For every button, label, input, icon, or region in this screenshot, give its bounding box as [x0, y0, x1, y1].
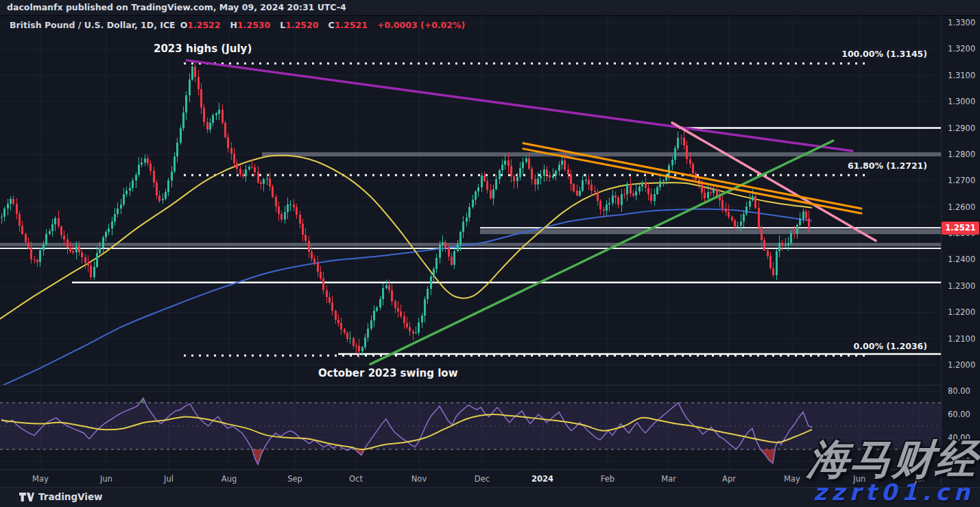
time-axis-label: Apr — [714, 474, 744, 484]
last-price-tag: 1.2521 — [942, 222, 979, 235]
attribution-text: dacolmanfx published on TradingView.com,… — [7, 2, 346, 12]
time-axis-label: Feb — [593, 474, 623, 484]
ohlc-value: 1.2521 — [335, 20, 368, 30]
time-axis-label: Aug — [214, 474, 244, 484]
tradingview-logo-text: TradingView — [38, 491, 103, 502]
chart-canvas[interactable] — [0, 0, 980, 507]
annotation-2023-highs[interactable]: 2023 highs (July) — [154, 43, 252, 55]
tradingview-chart-window: dacolmanfx published on TradingView.com,… — [0, 0, 980, 507]
tradingview-logo[interactable]: TradingView — [19, 491, 103, 502]
fib-label: 0.00% (1.2036) — [713, 341, 927, 351]
trendlines — [187, 60, 876, 364]
time-axis-label: Dec — [467, 474, 497, 484]
ohlc-label: H — [230, 20, 237, 30]
time-axis-label: Nov — [404, 474, 434, 484]
time-axis-label: Sep — [280, 474, 310, 484]
time-axis-label: 2024 — [527, 474, 558, 484]
time-axis-label: Oct — [341, 474, 371, 484]
time-axis-label: Mar — [654, 474, 684, 484]
price-axis-label: 1.2800 — [948, 150, 975, 159]
time-axis-label: May — [777, 474, 807, 484]
price-axis-label: 1.2100 — [948, 334, 975, 344]
price-axis-label: 1.3100 — [948, 71, 975, 80]
ohlc-value: 1.2520 — [285, 20, 318, 30]
ma-blue-line — [0, 209, 812, 387]
time-axis-label: May — [25, 474, 56, 484]
price-axis-label: 1.2400 — [948, 255, 975, 264]
rsi-axis-label: 80.00 — [948, 386, 970, 396]
trendline-channel-lower — [523, 149, 861, 213]
rsi-pane — [0, 398, 941, 464]
price-axis-label: 1.2200 — [948, 307, 975, 317]
attribution-bar: dacolmanfx published on TradingView.com,… — [0, 0, 980, 16]
time-axis[interactable]: MayJunJulAugSepOctNovDec2024FebMarAprMay… — [0, 469, 941, 488]
price-axis-label: 1.2700 — [948, 176, 975, 185]
trendline-major-downtrend — [187, 60, 852, 151]
price-axis-label: 1.3000 — [948, 97, 975, 106]
tradingview-logo-icon — [19, 492, 34, 502]
ohlc-value: 1.2522 — [187, 20, 220, 30]
annotation-october-swing-low[interactable]: October 2023 swing low — [318, 367, 458, 379]
symbol-info-row[interactable]: British Pound / U.S. Dollar, 1D, ICEO1.2… — [10, 20, 465, 30]
price-axis-label: 1.2600 — [948, 202, 975, 212]
price-axis[interactable]: 1.33001.32001.31001.30001.29001.28001.27… — [941, 15, 980, 486]
fib-label: 100.00% (1.3145) — [713, 49, 927, 59]
time-axis-label: Jul — [154, 474, 184, 484]
ohlc-values: O1.2522H1.2530L1.2520C1.2521 — [176, 20, 372, 30]
price-change: +0.0003 (+0.02%) — [377, 20, 465, 30]
price-axis-label: 1.3200 — [948, 44, 975, 54]
price-axis-label: 1.2900 — [948, 123, 975, 133]
ohlc-label: O — [180, 20, 188, 30]
fib-label: 61.80% (1.2721) — [713, 161, 927, 171]
time-axis-label: Jun — [91, 474, 121, 484]
rsi-axis-label: 60.00 — [948, 410, 970, 419]
symbol-title[interactable]: British Pound / U.S. Dollar, 1D, ICE — [10, 20, 176, 30]
ohlc-label: C — [328, 20, 334, 30]
watermark-url-text: zzrt01.cn — [813, 479, 975, 506]
price-axis-label: 1.2000 — [948, 360, 975, 370]
ohlc-value: 1.2530 — [237, 20, 270, 30]
price-axis-label: 1.2300 — [948, 281, 975, 291]
price-axis-label: 1.3300 — [948, 18, 975, 27]
